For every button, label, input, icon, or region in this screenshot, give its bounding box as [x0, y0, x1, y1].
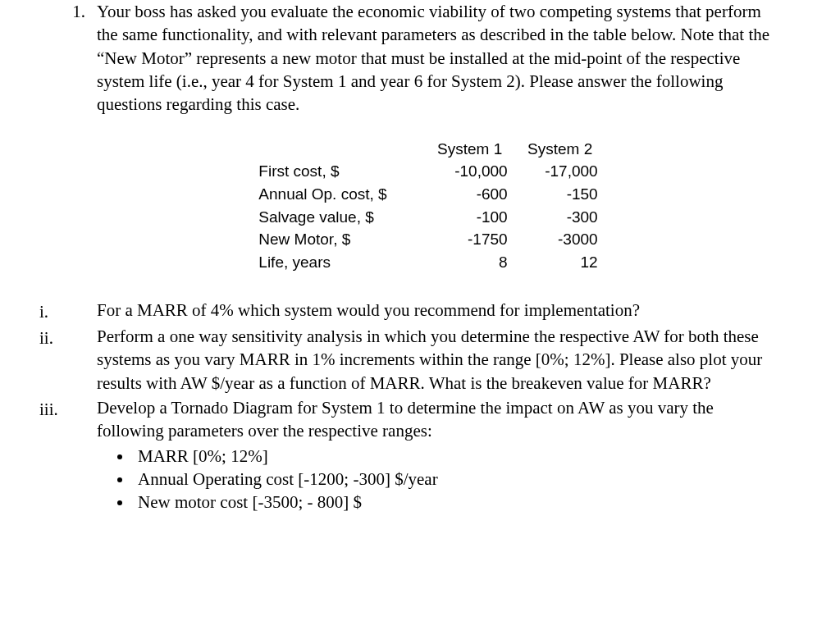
row-system2: -3000	[523, 228, 613, 251]
parameters-table-wrap: System 1 System 2 First cost, $ -10,000 …	[97, 138, 774, 274]
row-system1: -100	[432, 206, 523, 229]
row-system1: -600	[432, 183, 523, 206]
subpart-text: For a MARR of 4% which system would you …	[97, 299, 774, 323]
row-system2: 12	[523, 251, 613, 274]
subpart-text: Perform a one way sensitivity analysis i…	[97, 325, 774, 395]
row-system1: 8	[432, 251, 523, 274]
row-system2: -300	[523, 206, 613, 229]
row-system1: -1750	[432, 228, 523, 251]
table-row: Annual Op. cost, $ -600 -150	[258, 183, 612, 206]
subpart-ii: ii. Perform a one way sensitivity analys…	[39, 325, 774, 395]
bullet-item: MARR [0%; 12%]	[133, 445, 774, 468]
subpart-text: Develop a Tornado Diagram for System 1 t…	[97, 398, 714, 441]
subpart-number: iii.	[39, 396, 82, 514]
table-row: New Motor, $ -1750 -3000	[258, 228, 612, 251]
row-system1: -10,000	[432, 160, 523, 183]
table-row: Salvage value, $ -100 -300	[258, 206, 612, 229]
table-header-label	[258, 138, 431, 161]
subpart-number: ii.	[39, 325, 82, 395]
table-header-row: System 1 System 2	[258, 138, 612, 161]
row-label: Life, years	[258, 251, 431, 274]
row-label: Salvage value, $	[258, 206, 431, 229]
subpart-iii-bullets: MARR [0%; 12%] Annual Operating cost [-1…	[133, 445, 774, 514]
row-label: New Motor, $	[258, 228, 431, 251]
row-system2: -17,000	[523, 160, 613, 183]
table-header-system2: System 2	[523, 138, 613, 161]
question-content: Your boss has asked you evaluate the eco…	[97, 0, 774, 516]
question-intro: Your boss has asked you evaluate the eco…	[97, 0, 774, 116]
parameters-table: System 1 System 2 First cost, $ -10,000 …	[258, 138, 612, 274]
row-label: First cost, $	[258, 160, 431, 183]
bullet-item: New motor cost [-3500; - 800] $	[133, 491, 774, 514]
bullet-item: Annual Operating cost [-1200; -300] $/ye…	[133, 468, 774, 491]
subpart-number: i.	[39, 299, 82, 323]
table-header-system1: System 1	[432, 138, 523, 161]
subparts-list: i. For a MARR of 4% which system would y…	[39, 299, 774, 514]
row-label: Annual Op. cost, $	[258, 183, 431, 206]
subpart-content: Develop a Tornado Diagram for System 1 t…	[97, 396, 774, 514]
table-row: First cost, $ -10,000 -17,000	[258, 160, 612, 183]
subpart-i: i. For a MARR of 4% which system would y…	[39, 299, 774, 323]
table-row: Life, years 8 12	[258, 251, 612, 274]
row-system2: -150	[523, 183, 613, 206]
question-block: 1. Your boss has asked you evaluate the …	[66, 0, 774, 516]
subpart-iii: iii. Develop a Tornado Diagram for Syste…	[39, 396, 774, 514]
